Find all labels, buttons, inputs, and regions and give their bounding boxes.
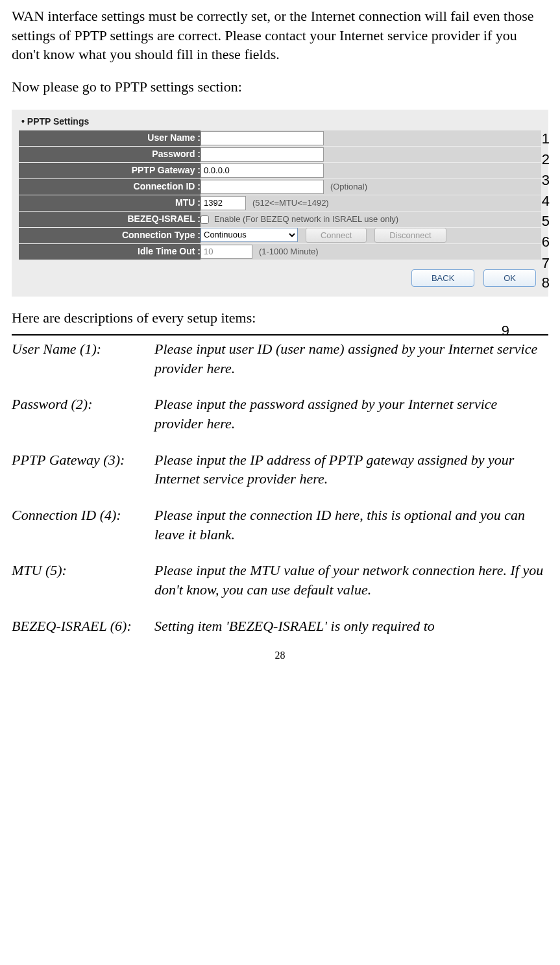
connect-button[interactable]: Connect <box>306 228 367 243</box>
idle-timeout-hint: (1-1000 Minute) <box>259 247 319 256</box>
settings-form-table: User Name : Password : PPTP Gateway : Co… <box>19 130 541 260</box>
gateway-input[interactable] <box>201 164 324 178</box>
connection-id-label: Connection ID : <box>19 178 201 195</box>
def-term-3: PPTP Gateway (3): <box>12 450 154 506</box>
intro-paragraph-1: WAN interface settings must be correctly… <box>12 6 548 64</box>
callout-8: 8 <box>542 273 550 293</box>
intro-paragraph-2: Now please go to PPTP settings section: <box>12 77 548 97</box>
descriptions-heading: Here are descriptions of every setup ite… <box>12 308 548 328</box>
mtu-hint: (512<=MTU<=1492) <box>252 198 329 208</box>
def-text-1: Please input user ID (user name) assigne… <box>154 339 548 395</box>
bezeq-label: BEZEQ-ISRAEL : <box>19 211 201 227</box>
idle-timeout-input[interactable] <box>201 245 252 259</box>
def-text-3: Please input the IP address of PPTP gate… <box>154 450 548 506</box>
disconnect-button[interactable]: Disconnect <box>374 228 446 243</box>
bezeq-checkbox[interactable] <box>201 215 209 224</box>
def-term-1: User Name (1): <box>12 339 154 395</box>
connection-id-hint: (Optional) <box>330 182 367 191</box>
callout-1: 1 <box>542 129 550 149</box>
def-term-5: MTU (5): <box>12 561 154 616</box>
connection-type-select[interactable]: Continuous <box>201 228 298 242</box>
idle-timeout-label: Idle Time Out : <box>19 243 201 260</box>
def-term-6: BEZEQ-ISRAEL (6): <box>12 617 154 636</box>
horizontal-rule <box>12 334 548 336</box>
callout-7: 7 <box>542 254 550 273</box>
username-label: User Name : <box>19 130 201 147</box>
password-label: Password : <box>19 146 201 162</box>
pptp-settings-figure: PPTP Settings User Name : Password : PPT… <box>12 110 548 297</box>
def-text-5: Please input the MTU value of your netwo… <box>154 561 548 616</box>
back-button[interactable]: BACK <box>411 269 474 287</box>
password-input[interactable] <box>201 147 324 162</box>
connection-id-input[interactable] <box>201 180 324 194</box>
page-number: 28 <box>12 648 548 663</box>
callout-3: 3 <box>542 171 550 190</box>
def-term-4: Connection ID (4): <box>12 506 154 561</box>
callout-4: 4 <box>542 191 550 211</box>
panel-actions: BACK OK <box>19 260 541 287</box>
username-input[interactable] <box>201 131 324 145</box>
ok-button[interactable]: OK <box>483 269 536 287</box>
callout-5: 5 <box>542 212 550 231</box>
gateway-label: PPTP Gateway : <box>19 162 201 178</box>
panel-title: PPTP Settings <box>19 114 541 130</box>
mtu-input[interactable] <box>201 196 246 210</box>
connection-type-label: Connection Type : <box>19 227 201 243</box>
bezeq-text: Enable (For BEZEQ network in ISRAEL use … <box>214 214 398 224</box>
def-text-2: Please input the password assigned by yo… <box>154 395 548 450</box>
mtu-label: MTU : <box>19 195 201 211</box>
callout-6: 6 <box>542 232 550 252</box>
definitions-table: User Name (1): Please input user ID (use… <box>12 339 548 636</box>
pptp-settings-panel: PPTP Settings User Name : Password : PPT… <box>12 110 548 297</box>
def-text-6: Setting item 'BEZEQ-ISRAEL' is only requ… <box>154 617 548 636</box>
callout-2: 2 <box>542 150 550 169</box>
def-text-4: Please input the connection ID here, thi… <box>154 506 548 561</box>
def-term-2: Password (2): <box>12 395 154 450</box>
callout-9: 9 <box>502 321 509 341</box>
